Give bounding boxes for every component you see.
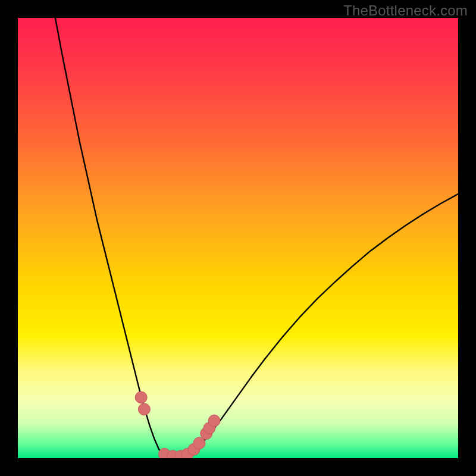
curve-marker bbox=[138, 403, 150, 415]
curve-marker bbox=[208, 415, 220, 427]
bottleneck-chart bbox=[18, 18, 458, 458]
chart-frame: TheBottleneck.com bbox=[0, 0, 476, 476]
plot-area bbox=[18, 18, 458, 458]
curve-marker bbox=[135, 392, 147, 403]
watermark-text: TheBottleneck.com bbox=[343, 2, 468, 19]
gradient-background bbox=[18, 18, 458, 458]
